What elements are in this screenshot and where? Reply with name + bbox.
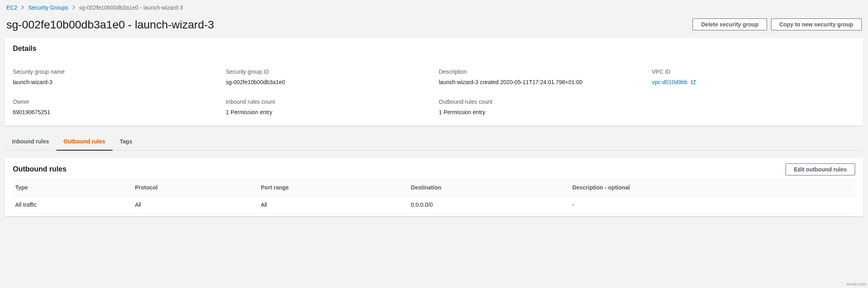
breadcrumb: EC2 Security Groups sg-002fe10b00db3a1e0… (0, 0, 868, 17)
details-panel-title: Details (13, 44, 36, 54)
field-value: 690190675251 (13, 109, 216, 117)
page-header: sg-002fe10b00db3a1e0 - launch-wizard-3 D… (0, 17, 868, 38)
chevron-right-icon (73, 4, 75, 12)
outbound-rules-panel: Outbound rules Edit outbound rules Type … (5, 158, 863, 216)
tab-tags[interactable]: Tags (113, 133, 140, 151)
field-outbound-count: Outbound rules count 1 Permission entry (439, 98, 642, 116)
breadcrumb-security-groups[interactable]: Security Groups (28, 4, 68, 12)
col-destination[interactable]: Destination (409, 179, 570, 196)
vpc-link[interactable]: vpc-d010d9bb (652, 79, 687, 85)
field-value: 1 Permission entry (439, 109, 642, 117)
field-value: launch-wizard-3 created 2020-05-11T17:24… (439, 79, 642, 87)
page-title: sg-002fe10b00db3a1e0 - launch-wizard-3 (6, 17, 214, 32)
tab-outbound-rules[interactable]: Outbound rules (56, 133, 113, 151)
field-inbound-count: Inbound rules count 1 Permission entry (226, 98, 429, 116)
chevron-right-icon (21, 4, 24, 12)
outbound-rules-table: Type Protocol Port range Destination Des… (13, 179, 855, 214)
tab-inbound-rules[interactable]: Inbound rules (5, 133, 56, 151)
table-header-row: Type Protocol Port range Destination Des… (13, 179, 855, 196)
field-owner: Owner 690190675251 (13, 98, 216, 116)
cell-description: - (570, 196, 855, 214)
table-row[interactable]: All traffic All All 0.0.0.0/0 - (13, 196, 855, 214)
field-vpc-id: VPC ID vpc-d010d9bb (652, 68, 855, 87)
field-label: Security group ID (226, 68, 429, 76)
header-actions: Delete security group Copy to new securi… (693, 18, 862, 30)
field-label: Security group name (13, 68, 216, 76)
field-label: VPC ID (652, 68, 855, 76)
cell-destination: 0.0.0.0/0 (409, 196, 570, 214)
field-value: 1 Permission entry (226, 109, 429, 117)
col-description[interactable]: Description - optional (570, 179, 855, 196)
field-label: Description (439, 68, 642, 76)
field-value: sg-002fe10b00db3a1e0 (226, 79, 429, 87)
edit-outbound-rules-button[interactable]: Edit outbound rules (785, 163, 855, 175)
external-link-icon (691, 79, 696, 87)
col-port-range[interactable]: Port range (258, 179, 409, 196)
field-label: Outbound rules count (439, 98, 642, 106)
outbound-rules-title: Outbound rules (13, 164, 66, 174)
details-panel: Details Security group name launch-wizar… (5, 38, 863, 126)
field-label: Inbound rules count (226, 98, 429, 106)
copy-security-group-button[interactable]: Copy to new security group (771, 18, 862, 30)
breadcrumb-ec2[interactable]: EC2 (6, 4, 17, 12)
cell-type: All traffic (13, 196, 133, 214)
col-type[interactable]: Type (13, 179, 133, 196)
field-label: Owner (13, 98, 216, 106)
field-description: Description launch-wizard-3 created 2020… (439, 68, 642, 87)
tabs: Inbound rules Outbound rules Tags (5, 133, 863, 151)
delete-security-group-button[interactable]: Delete security group (693, 18, 767, 30)
field-security-group-name: Security group name launch-wizard-3 (13, 68, 216, 87)
breadcrumb-current: sg-002fe10b00db3a1e0 - launch-wizard-3 (79, 4, 183, 12)
col-protocol[interactable]: Protocol (133, 179, 258, 196)
cell-protocol: All (133, 196, 258, 214)
field-value: launch-wizard-3 (13, 79, 216, 87)
cell-port-range: All (258, 196, 409, 214)
field-security-group-id: Security group ID sg-002fe10b00db3a1e0 (226, 68, 429, 87)
